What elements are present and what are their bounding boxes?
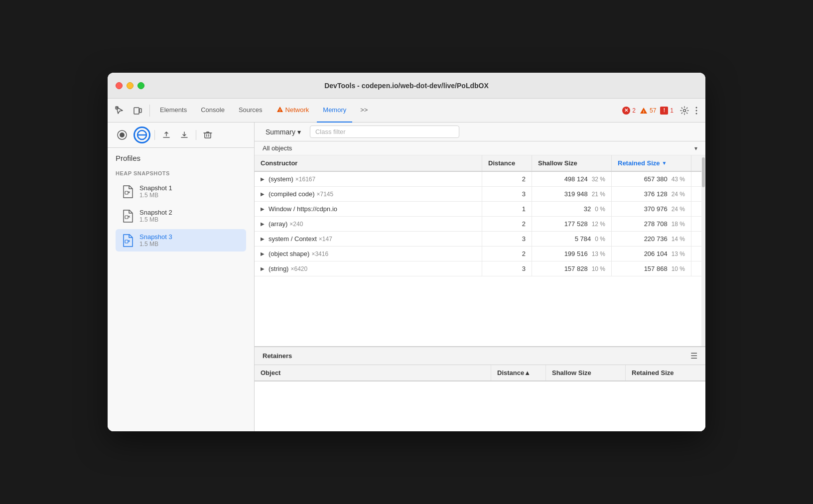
snapshot-3-size: 1.5 MB: [139, 241, 241, 248]
col-shallow-size: Shallow Size: [532, 155, 612, 171]
svg-rect-17: [125, 216, 128, 219]
maximize-button[interactable]: [137, 82, 144, 89]
expand-icon[interactable]: ▶: [261, 221, 265, 227]
load-button[interactable]: [159, 127, 174, 142]
scrollbar-thumb: [702, 157, 705, 187]
retainers-col-distance[interactable]: Distance▲: [491, 365, 546, 380]
retainers-col-shallow: Shallow Size: [546, 365, 626, 380]
tab-sources[interactable]: Sources: [233, 99, 269, 123]
snapshot-1-size: 1.5 MB: [139, 192, 241, 199]
scrollbar[interactable]: [701, 155, 705, 346]
snapshot-3-name: Snapshot 3: [139, 233, 241, 241]
class-filter-input[interactable]: [310, 126, 459, 138]
expand-icon[interactable]: ▶: [261, 191, 265, 197]
svg-rect-2: [139, 109, 141, 113]
col-retained-size[interactable]: Retained Size ▼: [612, 155, 691, 171]
clear-button[interactable]: [134, 126, 150, 143]
profiles-title: Profiles: [116, 154, 246, 162]
settings-icon[interactable]: [679, 106, 689, 116]
table-row[interactable]: ▶ Window / https://cdpn.io 1 32 0 % 370 …: [255, 202, 701, 217]
error-icon: ✕: [622, 107, 630, 115]
retainers-menu-icon[interactable]: ☰: [690, 351, 697, 361]
record-button[interactable]: [114, 126, 131, 143]
snapshot-1-name: Snapshot 1: [139, 184, 241, 192]
more-options-icon[interactable]: [691, 106, 701, 116]
issue-badge: ! 1: [660, 107, 674, 115]
table-row[interactable]: ▶ (array) ×240 2 177 528 12 %: [255, 217, 701, 232]
table-row[interactable]: ▶ (object shape) ×3416 2 199 516 13 %: [255, 247, 701, 261]
table-row[interactable]: ▶ (string) ×6420 3 157 828 10 %: [255, 261, 701, 276]
expand-icon[interactable]: ▶: [261, 266, 265, 271]
svg-rect-15: [205, 133, 211, 138]
heap-snapshots-label: HEAP SNAPSHOTS: [116, 170, 246, 176]
svg-text:!: !: [643, 110, 645, 114]
title-bar: DevTools - codepen.io/web-dot-dev/live/P…: [108, 73, 705, 99]
main-content: Profiles HEAP SNAPSHOTS Sna: [108, 123, 705, 431]
tab-console[interactable]: Console: [195, 99, 231, 123]
svg-text:!: !: [279, 108, 280, 113]
table-row[interactable]: ▶ system / Context ×147 3 5 784 0 %: [255, 232, 701, 247]
right-panel: Summary ▾ All objects ▾: [255, 123, 705, 431]
filter-chevron-icon: ▾: [694, 145, 697, 152]
sidebar: Profiles HEAP SNAPSHOTS Sna: [108, 123, 255, 431]
snapshot-3-item[interactable]: Snapshot 3 1.5 MB: [116, 229, 246, 252]
close-button[interactable]: [116, 82, 123, 89]
issue-icon: !: [660, 107, 668, 115]
tab-memory[interactable]: Memory: [317, 99, 352, 123]
traffic-lights: [116, 82, 144, 89]
expand-icon[interactable]: ▶: [261, 176, 265, 182]
retainers-body: [255, 381, 705, 431]
svg-point-10: [696, 113, 697, 114]
snapshot-2-name: Snapshot 2: [139, 209, 241, 216]
clear-all-button[interactable]: [200, 127, 215, 142]
retainers-col-object: Object: [255, 365, 491, 380]
tab-more[interactable]: >>: [354, 99, 374, 123]
warning-badge: ! 57: [640, 107, 656, 114]
error-badge: ✕ 2: [622, 107, 636, 115]
table-row[interactable]: ▶ (system) ×16167 2 498 124 32 %: [255, 172, 701, 187]
minimize-button[interactable]: [127, 82, 134, 89]
svg-point-7: [683, 109, 686, 112]
save-button[interactable]: [177, 127, 192, 142]
snapshot-2-item[interactable]: Snapshot 2 1.5 MB: [116, 205, 246, 227]
badge-group: ✕ 2 ! 57 ! 1: [622, 107, 674, 115]
top-toolbar: Elements Console Sources ! Network Memor…: [108, 99, 705, 123]
svg-rect-1: [134, 108, 139, 114]
summary-dropdown[interactable]: Summary ▾: [261, 126, 306, 138]
col-distance: Distance: [482, 155, 532, 171]
heap-table: All objects ▾ Constructor Distance: [255, 141, 705, 431]
expand-icon[interactable]: ▶: [261, 206, 265, 212]
tab-network[interactable]: ! Network: [271, 99, 315, 123]
sort-desc-icon: ▼: [662, 160, 667, 166]
cursor-icon[interactable]: [112, 103, 128, 119]
snapshot-3-icon: [121, 234, 135, 248]
svg-rect-16: [125, 191, 128, 194]
warning-icon: !: [640, 107, 648, 114]
toolbar-divider-1: [149, 105, 150, 117]
col-constructor: Constructor: [255, 155, 482, 171]
snapshot-1-item[interactable]: Snapshot 1 1.5 MB: [116, 180, 246, 203]
svg-point-9: [696, 110, 697, 111]
expand-icon[interactable]: ▶: [261, 236, 265, 242]
filter-row[interactable]: All objects ▾: [255, 141, 705, 155]
svg-point-8: [696, 107, 697, 108]
svg-point-12: [120, 132, 125, 137]
snapshot-1-icon: [121, 185, 135, 199]
snapshot-2-icon: [121, 209, 135, 223]
table-row[interactable]: ▶ (compiled code) ×7145 3 319 948 21 %: [255, 187, 701, 202]
snapshot-2-size: 1.5 MB: [139, 216, 241, 223]
devtools-window: DevTools - codepen.io/web-dot-dev/live/P…: [108, 73, 705, 431]
retainers-section: Retainers ☰ Object Distance▲ Shallow: [255, 346, 705, 431]
devtools-container: Elements Console Sources ! Network Memor…: [108, 99, 705, 431]
retainers-col-retained: Retained Size: [626, 365, 705, 380]
device-icon[interactable]: [130, 103, 145, 119]
retainers-title: Retainers: [263, 352, 292, 360]
sidebar-content: Profiles HEAP SNAPSHOTS Sna: [108, 148, 254, 259]
window-title: DevTools - codepen.io/web-dot-dev/live/P…: [324, 82, 489, 90]
retainers-header: Retainers ☰: [255, 347, 705, 365]
table-header: Constructor Distance Shallow Size Retain…: [255, 155, 701, 172]
expand-icon[interactable]: ▶: [261, 251, 265, 256]
panel-toolbar: Summary ▾: [255, 123, 705, 141]
tab-elements[interactable]: Elements: [154, 99, 193, 123]
sidebar-toolbar: [108, 123, 254, 148]
